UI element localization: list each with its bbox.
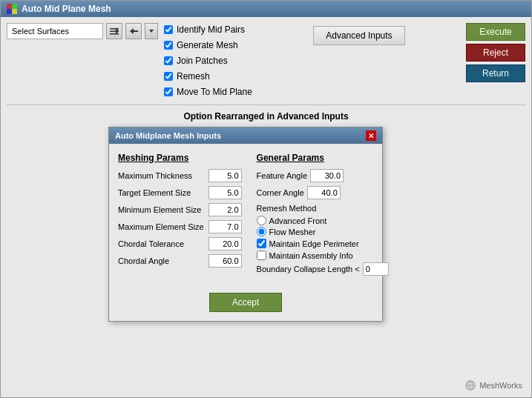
dropdown-button[interactable] bbox=[145, 23, 158, 39]
return-button[interactable]: Return bbox=[466, 64, 525, 82]
maintain-assembly-info-checkbox[interactable] bbox=[257, 251, 266, 260]
meshing-params-col: Meshing Params Maximum Thickness Target … bbox=[118, 153, 242, 278]
meshworks-icon bbox=[464, 379, 476, 391]
min-element-size-row: Minimum Element Size bbox=[118, 203, 242, 216]
join-patches-row: Join Patches bbox=[164, 56, 252, 66]
target-element-size-label: Target Element Size bbox=[118, 188, 191, 197]
maintain-assembly-info-label: Maintain Assembly Info bbox=[269, 251, 353, 260]
join-patches-label: Join Patches bbox=[177, 56, 228, 66]
maintain-edge-perimeter-row: Maintain Edge Perimeter bbox=[257, 239, 389, 248]
list-icon-button[interactable] bbox=[106, 23, 122, 39]
general-params-title: General Params bbox=[257, 153, 389, 163]
svg-rect-4 bbox=[110, 28, 119, 30]
max-thickness-input[interactable] bbox=[208, 169, 242, 182]
generate-mesh-label: Generate Mesh bbox=[177, 40, 238, 50]
checkboxes-area: Identify Mid Pairs Generate Mesh Join Pa… bbox=[164, 23, 252, 99]
flow-mesher-row: Flow Mesher bbox=[257, 227, 389, 236]
generate-mesh-row: Generate Mesh bbox=[164, 40, 252, 50]
flow-mesher-label: Flow Mesher bbox=[269, 228, 316, 236]
svg-marker-10 bbox=[149, 30, 154, 33]
svg-rect-9 bbox=[133, 30, 138, 32]
max-thickness-label: Maximum Thickness bbox=[118, 171, 192, 180]
footer-text: Option Rearranged in Advanced Inputs bbox=[1, 105, 531, 127]
chordal-angle-input[interactable] bbox=[208, 254, 242, 268]
max-thickness-row: Maximum Thickness bbox=[118, 169, 242, 182]
remesh-checkbox[interactable] bbox=[164, 72, 173, 81]
join-patches-checkbox[interactable] bbox=[164, 56, 173, 65]
advanced-front-radio[interactable] bbox=[257, 216, 266, 225]
dialog-close-button[interactable]: ✕ bbox=[366, 130, 376, 141]
meshing-params-title: Meshing Params bbox=[118, 153, 242, 163]
target-element-size-input[interactable] bbox=[208, 186, 242, 199]
advanced-front-row: Advanced Front bbox=[257, 216, 389, 225]
title-bar: Auto Mid Plane Mesh bbox=[1, 1, 531, 17]
meshworks-logo: MeshWorks bbox=[464, 379, 522, 391]
title-icon bbox=[7, 4, 17, 14]
maintain-edge-perimeter-checkbox[interactable] bbox=[257, 239, 266, 248]
target-element-size-row: Target Element Size bbox=[118, 186, 242, 199]
dialog-title: Auto Midplane Mesh Inputs bbox=[115, 131, 221, 140]
select-surfaces-area: Select Surfaces bbox=[7, 23, 158, 39]
dialog-content: Meshing Params Maximum Thickness Target … bbox=[109, 144, 382, 287]
svg-rect-6 bbox=[110, 33, 119, 35]
svg-rect-0 bbox=[7, 4, 12, 9]
move-to-mid-plane-checkbox[interactable] bbox=[164, 87, 173, 96]
execute-button[interactable]: Execute bbox=[466, 23, 525, 41]
remesh-section: Remesh Method Advanced Front Flow Mesher bbox=[257, 204, 389, 236]
maintain-edge-perimeter-label: Maintain Edge Perimeter bbox=[269, 239, 359, 248]
boundary-collapse-label: Boundary Collapse Length < bbox=[257, 265, 360, 273]
identify-mid-pairs-label: Identify Mid Pairs bbox=[177, 24, 245, 35]
chordal-tolerance-input[interactable] bbox=[208, 237, 242, 251]
feature-angle-row: Feature Angle bbox=[257, 169, 389, 182]
generate-mesh-checkbox[interactable] bbox=[164, 41, 173, 50]
flow-mesher-radio[interactable] bbox=[257, 227, 266, 236]
corner-angle-label: Corner Angle bbox=[257, 188, 304, 197]
advanced-front-label: Advanced Front bbox=[269, 216, 327, 225]
chordal-angle-row: Chordal Angle bbox=[118, 254, 242, 268]
chordal-tolerance-row: Chordal Tolerance bbox=[118, 237, 242, 251]
move-to-mid-plane-row: Move To Mid Plane bbox=[164, 87, 252, 97]
svg-rect-2 bbox=[7, 9, 12, 14]
identify-mid-pairs-checkbox[interactable] bbox=[164, 25, 173, 34]
chordal-tolerance-label: Chordal Tolerance bbox=[118, 239, 184, 248]
top-panel: Select Surfaces bbox=[1, 17, 531, 105]
dialog-title-bar: Auto Midplane Mesh Inputs ✕ bbox=[109, 127, 382, 144]
max-element-size-input[interactable] bbox=[208, 220, 242, 233]
dialog-footer: Accept bbox=[109, 287, 382, 321]
max-element-size-label: Maximum Element Size bbox=[118, 222, 204, 231]
general-params-col: General Params Feature Angle Corner Angl… bbox=[257, 153, 389, 278]
accept-button[interactable]: Accept bbox=[209, 293, 283, 312]
corner-angle-input[interactable] bbox=[307, 186, 341, 199]
dialog: Auto Midplane Mesh Inputs ✕ Meshing Para… bbox=[108, 127, 383, 322]
advanced-inputs-area: Advanced Inputs bbox=[258, 23, 460, 45]
remesh-row: Remesh bbox=[164, 71, 252, 82]
maintain-assembly-info-row: Maintain Assembly Info bbox=[257, 251, 389, 260]
boundary-collapse-input[interactable] bbox=[363, 262, 389, 276]
window-title: Auto Mid Plane Mesh bbox=[22, 4, 111, 14]
svg-rect-3 bbox=[12, 9, 17, 14]
identify-mid-pairs-row: Identify Mid Pairs bbox=[164, 24, 252, 35]
reject-button[interactable]: Reject bbox=[466, 44, 525, 62]
move-to-mid-plane-label: Move To Mid Plane bbox=[177, 87, 252, 97]
select-surfaces-field[interactable]: Select Surfaces bbox=[7, 23, 103, 39]
max-element-size-row: Maximum Element Size bbox=[118, 220, 242, 233]
remesh-method-label: Remesh Method bbox=[257, 204, 389, 213]
corner-angle-row: Corner Angle bbox=[257, 186, 389, 199]
svg-rect-1 bbox=[12, 4, 17, 9]
chordal-angle-label: Chordal Angle bbox=[118, 256, 169, 265]
boundary-collapse-row: Boundary Collapse Length < bbox=[257, 262, 389, 276]
feature-angle-input[interactable] bbox=[310, 169, 344, 182]
min-element-size-label: Minimum Element Size bbox=[118, 205, 201, 214]
main-window: Auto Mid Plane Mesh Select Surfaces bbox=[0, 0, 532, 398]
min-element-size-input[interactable] bbox=[208, 203, 242, 216]
remesh-label: Remesh bbox=[177, 71, 210, 82]
feature-angle-label: Feature Angle bbox=[257, 171, 308, 180]
meshworks-label: MeshWorks bbox=[479, 381, 522, 390]
advanced-inputs-button[interactable]: Advanced Inputs bbox=[313, 26, 404, 45]
right-buttons-area: Execute Reject Return bbox=[466, 23, 525, 82]
back-icon-button[interactable] bbox=[125, 23, 142, 39]
